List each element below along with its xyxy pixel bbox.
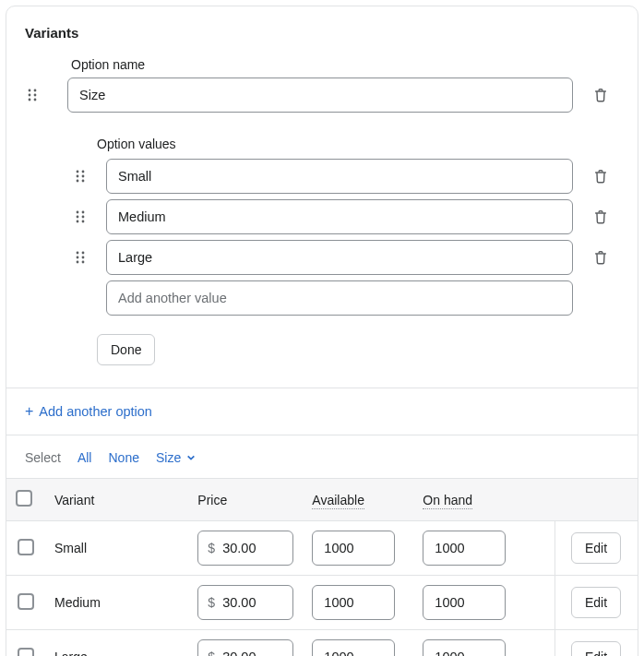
table-row: Medium $ Edit [6, 576, 638, 630]
row-checkbox[interactable] [18, 539, 34, 555]
select-all-checkbox[interactable] [16, 490, 32, 507]
onhand-input[interactable] [423, 585, 506, 620]
done-button[interactable]: Done [97, 334, 155, 365]
drag-handle-icon[interactable] [73, 169, 88, 184]
variants-table: Variant Price Available On hand SKU Smal… [6, 479, 638, 656]
available-input[interactable] [312, 585, 395, 620]
add-option-button[interactable]: + Add another option [6, 388, 638, 435]
trash-icon[interactable] [592, 249, 609, 266]
currency-symbol: $ [198, 650, 215, 656]
select-none-link[interactable]: None [108, 450, 138, 465]
drag-handle-icon[interactable] [25, 88, 40, 102]
available-input[interactable] [312, 531, 395, 566]
option-value-input[interactable] [106, 159, 573, 194]
option-name-label: Option name [71, 57, 619, 72]
price-input[interactable] [215, 595, 292, 610]
variant-name: Large [45, 630, 188, 657]
svg-point-17 [82, 221, 85, 223]
table-row: Small $ Edit [6, 521, 638, 576]
column-header-variant: Variant [45, 479, 188, 521]
edit-button[interactable]: Edit [571, 587, 621, 618]
svg-point-14 [77, 216, 79, 219]
price-input-wrap: $ [197, 585, 293, 620]
variant-name: Small [45, 521, 188, 576]
price-input[interactable] [215, 650, 292, 656]
svg-point-18 [77, 252, 79, 255]
svg-point-6 [77, 171, 79, 173]
select-all-link[interactable]: All [78, 450, 92, 465]
column-header-available[interactable]: Available [303, 479, 413, 521]
svg-point-2 [29, 94, 31, 97]
variants-table-wrap[interactable]: Variant Price Available On hand SKU Smal… [6, 478, 638, 656]
svg-point-11 [82, 180, 85, 183]
available-input[interactable] [312, 639, 395, 656]
svg-point-12 [77, 211, 79, 214]
edit-button[interactable]: Edit [571, 641, 621, 656]
onhand-input[interactable] [423, 639, 506, 656]
svg-point-22 [77, 261, 79, 264]
svg-point-0 [29, 89, 31, 92]
table-row: Large $ Edit [6, 630, 638, 657]
svg-point-15 [82, 216, 85, 219]
price-input-wrap: $ [197, 639, 293, 656]
svg-point-5 [34, 99, 37, 101]
column-header-price: Price [188, 479, 303, 521]
add-option-label: Add another option [39, 404, 152, 419]
onhand-input[interactable] [423, 531, 506, 566]
add-value-input[interactable] [106, 280, 573, 316]
svg-point-9 [82, 175, 85, 178]
trash-icon[interactable] [592, 168, 609, 185]
currency-symbol: $ [198, 541, 215, 555]
svg-point-8 [77, 175, 79, 178]
variants-card: Variants Option name [6, 6, 638, 656]
svg-point-19 [82, 252, 85, 255]
svg-point-1 [34, 89, 37, 92]
plus-icon: + [25, 403, 33, 420]
trash-icon[interactable] [592, 209, 609, 225]
option-name-input[interactable] [67, 78, 573, 113]
row-checkbox[interactable] [18, 648, 34, 657]
svg-point-10 [77, 180, 79, 183]
price-input-wrap: $ [197, 531, 293, 566]
option-values-label: Option values [97, 137, 619, 151]
svg-point-20 [77, 256, 79, 259]
svg-point-23 [82, 261, 85, 264]
option-value-input[interactable] [106, 199, 573, 234]
svg-point-21 [82, 256, 85, 259]
column-header-onhand[interactable]: On hand [413, 479, 524, 521]
currency-symbol: $ [198, 595, 215, 610]
option-value-input[interactable] [106, 240, 573, 275]
svg-point-7 [82, 171, 85, 173]
card-title: Variants [25, 25, 619, 41]
chevron-down-icon [186, 453, 196, 462]
svg-point-4 [29, 99, 31, 101]
drag-handle-icon[interactable] [73, 209, 88, 224]
select-label: Select [25, 450, 61, 465]
row-checkbox[interactable] [18, 593, 34, 610]
drag-handle-icon[interactable] [73, 250, 88, 265]
trash-icon[interactable] [592, 87, 609, 103]
variant-name: Medium [45, 576, 188, 630]
price-input[interactable] [215, 541, 292, 555]
edit-button[interactable]: Edit [571, 532, 621, 564]
option-editor-section: Variants Option name [6, 6, 638, 388]
select-option-dropdown[interactable]: Size [156, 450, 196, 465]
svg-point-16 [77, 221, 79, 223]
svg-point-13 [82, 211, 85, 214]
svg-point-3 [34, 94, 37, 97]
select-bar: Select All None Size [6, 435, 638, 478]
